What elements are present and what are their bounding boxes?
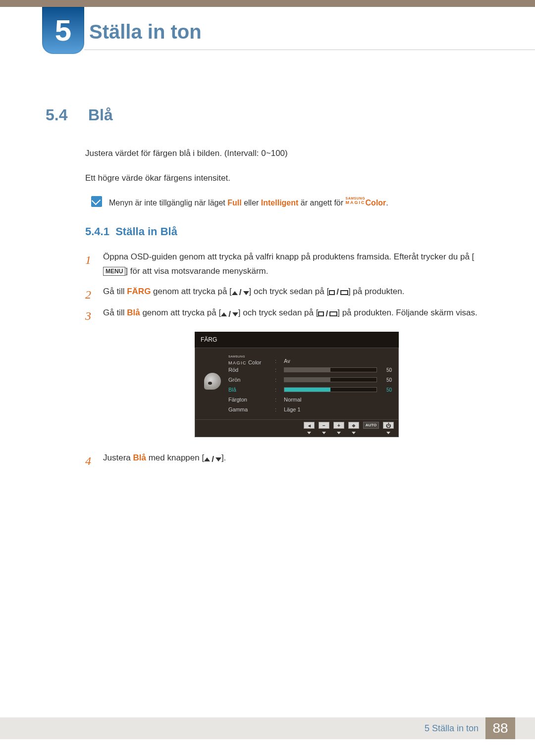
note-icon <box>91 196 102 207</box>
footer-page-number: 88 <box>485 717 515 739</box>
osd-row-blue: Blå : 50 <box>228 385 392 395</box>
source-enter-icon: / <box>329 285 348 300</box>
page-footer: 5 Ställa in ton 88 <box>0 717 535 739</box>
osd-row-green: Grön : 50 <box>228 375 392 385</box>
osd-auto-button[interactable]: AUTO <box>363 422 379 429</box>
osd-title: FÄRG <box>195 332 399 348</box>
step-4: Justera Blå med knappen [/]. <box>85 451 490 466</box>
palette-icon <box>204 373 221 390</box>
source-enter-icon: / <box>318 307 337 321</box>
steps-list: Öppna OSD-guiden genom att trycka på val… <box>85 250 490 467</box>
osd-row-gamma: Gamma : Läge 1 <box>228 404 392 414</box>
section-heading: 5.4 Blå <box>46 106 490 124</box>
intro-paragraph-1: Justera värdet för färgen blå i bilden. … <box>85 147 490 160</box>
subsection-heading: 5.4.1 Ställa in Blå <box>85 225 490 238</box>
intro-paragraph-2: Ett högre värde ökar färgens intensitet. <box>85 172 490 185</box>
osd-row-magic: SAMSUNGMAGIC Color : Av <box>228 355 392 365</box>
header-divider <box>84 50 535 50</box>
osd-power-button[interactable]: ⏻ <box>383 422 394 429</box>
osd-panel: FÄRG SAMSUNGMAGIC Color : Av <box>195 332 399 437</box>
section-number: 5.4 <box>46 106 76 124</box>
up-down-icon: / <box>204 453 221 467</box>
osd-row-tone: Färgton : Normal <box>228 395 392 404</box>
page-header: 5 Ställa in ton <box>0 12 535 56</box>
step-1: Öppna OSD-guiden genom att trycka på val… <box>85 250 490 279</box>
content-area: 5.4 Blå Justera värdet för färgen blå i … <box>0 56 535 467</box>
section-title: Blå <box>88 106 113 124</box>
osd-minus-button[interactable]: − <box>319 422 329 429</box>
osd-row-red: Röd : 50 <box>228 365 392 375</box>
step-3: Gå till Blå genom att trycka på [/] och … <box>85 306 490 437</box>
note-block: Menyn är inte tillgänglig när läget Full… <box>91 196 490 207</box>
osd-plus-button[interactable]: + <box>333 422 344 429</box>
samsung-magic-label: SAMSUNGMAGIC <box>346 196 366 205</box>
footer-chapter-ref: 5 Ställa in ton <box>425 723 479 734</box>
chapter-number-tab: 5 <box>42 7 84 54</box>
menu-button-label: MENU <box>103 267 125 276</box>
osd-back-button[interactable]: ◂ <box>304 422 315 429</box>
chapter-title: Ställa in ton <box>89 12 535 43</box>
step-2: Gå till FÄRG genom att trycka på [/] och… <box>85 285 490 300</box>
osd-enter-button[interactable]: ⎆ <box>348 422 359 429</box>
note-text: Menyn är inte tillgänglig när läget Full… <box>109 196 388 207</box>
up-down-icon: / <box>232 286 249 300</box>
top-accent-bar <box>0 0 535 7</box>
osd-caret-row <box>195 432 399 437</box>
up-down-icon: / <box>221 307 238 322</box>
osd-footer-buttons: ◂ − + ⎆ AUTO ⏻ <box>195 420 399 432</box>
